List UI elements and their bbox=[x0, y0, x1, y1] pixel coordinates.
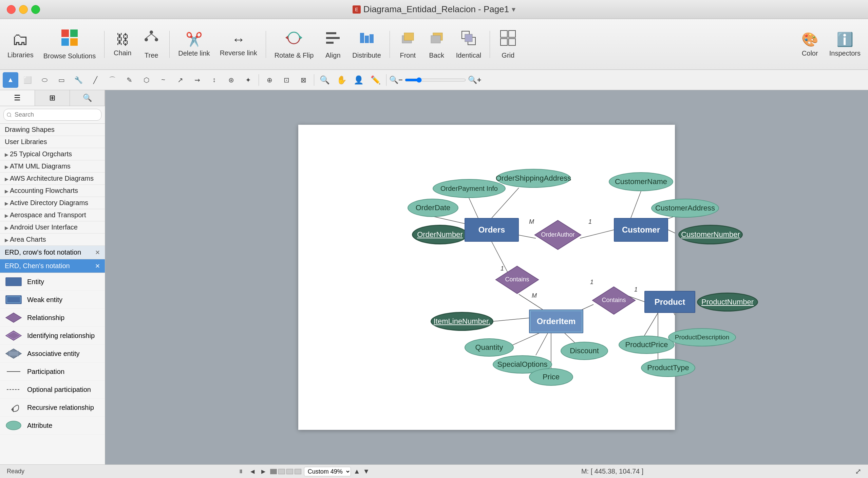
node-orders[interactable]: Orders bbox=[465, 218, 519, 242]
node-customer[interactable]: Customer bbox=[614, 218, 668, 242]
toolbar-align[interactable]: Align bbox=[319, 27, 346, 62]
toolbar-identical[interactable]: Identical bbox=[452, 27, 486, 62]
curve-tool[interactable]: ↗ bbox=[172, 72, 188, 88]
search-input[interactable] bbox=[3, 109, 101, 121]
node-orderpayment[interactable]: OrderPayment Info bbox=[433, 179, 506, 198]
minimize-button[interactable] bbox=[19, 5, 28, 14]
node-productnumber[interactable]: ProductNumber bbox=[697, 293, 758, 312]
sidebar-item-drawing-shapes[interactable]: Drawing Shapes bbox=[0, 124, 105, 136]
node-product[interactable]: Product bbox=[644, 291, 695, 313]
node-itemlinenumber[interactable]: ItemLineNumber. bbox=[431, 312, 493, 331]
node-price[interactable]: Price bbox=[529, 368, 573, 386]
special-tool[interactable]: ✦ bbox=[240, 72, 256, 88]
expand-button[interactable]: ⤢ bbox=[855, 467, 861, 476]
zoom-select-tool[interactable]: ⊠ bbox=[296, 72, 311, 88]
zoom-out-tool[interactable]: 🔍 bbox=[317, 72, 333, 88]
shape-associative-entity[interactable]: Associative entity bbox=[0, 345, 105, 363]
sidebar-tab-list[interactable]: ☰ bbox=[0, 90, 35, 106]
sidebar-tab-search[interactable]: 🔍 bbox=[70, 90, 105, 106]
toolbar-reverse-link[interactable]: ↔️ Reverse link bbox=[216, 29, 261, 60]
toolbar-color[interactable]: 🎨 Color bbox=[796, 29, 824, 60]
close-button[interactable] bbox=[7, 5, 16, 14]
sidebar-item-android[interactable]: Android User Interface bbox=[0, 221, 105, 234]
toolbar-delete-link[interactable]: ✂️ Delete link bbox=[174, 29, 214, 60]
page-dot-2[interactable] bbox=[278, 469, 285, 474]
node-orderauthor[interactable]: OrderAuthor bbox=[534, 220, 582, 250]
sidebar-item-area-charts[interactable]: Area Charts bbox=[0, 234, 105, 246]
user-tool[interactable]: 👤 bbox=[351, 72, 366, 88]
node-customernumber[interactable]: CustomerNumber bbox=[678, 225, 743, 244]
node-productdescription[interactable]: ProductDescription bbox=[668, 328, 736, 346]
shape-optional-participation[interactable]: Optional participation bbox=[0, 381, 105, 399]
rect-tool[interactable]: ⬜ bbox=[20, 72, 35, 88]
node-contains2[interactable]: Contains bbox=[592, 286, 636, 315]
dropdown-arrow-icon[interactable]: ▾ bbox=[512, 5, 515, 14]
poly-tool[interactable]: ⬡ bbox=[138, 72, 154, 88]
ellipse-tool[interactable]: ⬭ bbox=[37, 72, 52, 88]
erd-chens-header[interactable]: ERD, Chen's notation ✕ bbox=[0, 259, 105, 273]
maximize-button[interactable] bbox=[31, 5, 40, 14]
shape-identifying-relationship[interactable]: Identifying relationship bbox=[0, 327, 105, 345]
shape-attribute[interactable]: Attribute bbox=[0, 417, 105, 435]
toolbar-front[interactable]: Front bbox=[394, 27, 421, 62]
sidebar-item-aws[interactable]: AWS Architecture Diagrams bbox=[0, 173, 105, 185]
node-producttype[interactable]: ProductType bbox=[641, 359, 695, 377]
sidebar-item-accounting[interactable]: Accounting Flowcharts bbox=[0, 185, 105, 197]
node-contains1[interactable]: Contains bbox=[495, 265, 539, 294]
toolbar-distribute[interactable]: Distribute bbox=[348, 27, 385, 62]
page-dot-4[interactable] bbox=[295, 469, 301, 474]
node-quantity[interactable]: Quantity bbox=[465, 338, 514, 357]
pause-button[interactable]: ⏸ bbox=[236, 468, 246, 475]
fit-page-tool[interactable]: ⊕ bbox=[262, 72, 277, 88]
freehand-tool[interactable]: ✎ bbox=[121, 72, 137, 88]
sidebar-item-orgcharts[interactable]: 25 Typical Orgcharts bbox=[0, 148, 105, 160]
sidebar-tab-grid[interactable]: ⊞ bbox=[35, 90, 70, 106]
toolbar-chain[interactable]: ⛓ Chain bbox=[109, 29, 136, 60]
node-ordernumber[interactable]: OrderNumber bbox=[412, 225, 468, 244]
entity-conn-tool[interactable]: ⊛ bbox=[223, 72, 239, 88]
node-orderitem[interactable]: OrderItem bbox=[529, 310, 583, 333]
shape-recursive-relationship[interactable]: Recursive relationship bbox=[0, 399, 105, 417]
shape-participation[interactable]: Participation bbox=[0, 363, 105, 381]
erd-crows-close-icon[interactable]: ✕ bbox=[95, 249, 100, 256]
toolbar-rotate-flip[interactable]: Rotate & Flip bbox=[270, 27, 318, 62]
zigzag-tool[interactable]: ⇝ bbox=[189, 72, 205, 88]
arc-tool[interactable]: ⌒ bbox=[105, 72, 120, 88]
erd-crows-foot-header[interactable]: ERD, crow's foot notation ✕ bbox=[0, 246, 105, 259]
node-discount[interactable]: Discount bbox=[561, 342, 608, 360]
pen-tool[interactable]: ✏️ bbox=[368, 72, 383, 88]
node-productprice[interactable]: ProductPrice bbox=[619, 336, 675, 354]
zoom-up-button[interactable]: ▲ bbox=[354, 467, 360, 475]
toolbar-browse-solutions[interactable]: Browse Solutions bbox=[39, 26, 100, 63]
connector-tool[interactable]: 🔧 bbox=[71, 72, 86, 88]
toolbar-inspectors[interactable]: ℹ️ Inspectors bbox=[825, 29, 865, 60]
next-page-button[interactable]: ▶ bbox=[259, 467, 267, 475]
page-dot-3[interactable] bbox=[286, 469, 293, 474]
zoom-area-tool[interactable]: ⊡ bbox=[279, 72, 294, 88]
toolbar-tree[interactable]: Tree bbox=[138, 27, 165, 62]
zoom-select[interactable]: Custom 49% 25% 50% 75% 100% bbox=[304, 467, 351, 476]
text-tool[interactable]: ▭ bbox=[54, 72, 69, 88]
page-dot-1[interactable] bbox=[270, 469, 277, 474]
zoom-down-button[interactable]: ▼ bbox=[363, 467, 370, 475]
canvas[interactable]: M 1 1 M 1 1 OrderShippingAddress OrderPa… bbox=[298, 125, 675, 430]
bezier-tool[interactable]: ~ bbox=[155, 72, 171, 88]
shape-weak-entity[interactable]: Weak entity bbox=[0, 291, 105, 309]
toolbar-back[interactable]: Back bbox=[423, 27, 450, 62]
toolbar-libraries[interactable]: 🗂 Libraries bbox=[3, 27, 38, 62]
zoom-slider[interactable] bbox=[405, 77, 466, 83]
sidebar-item-aerospace[interactable]: Aerospace and Transport bbox=[0, 209, 105, 221]
orthogonal-tool[interactable]: ↕ bbox=[206, 72, 222, 88]
node-ordershipping[interactable]: OrderShippingAddress bbox=[496, 169, 571, 188]
sidebar-item-user-libraries[interactable]: User Libraries bbox=[0, 136, 105, 148]
zoom-in-button[interactable]: 🔍+ bbox=[468, 76, 482, 84]
zoom-out-button[interactable]: 🔍− bbox=[389, 76, 403, 84]
node-orderdate[interactable]: OrderDate bbox=[408, 199, 458, 217]
node-customername[interactable]: CustomerName bbox=[609, 172, 673, 191]
node-customeraddress[interactable]: CustomerAddress bbox=[651, 199, 719, 218]
sidebar-item-active-directory[interactable]: Active Directory Diagrams bbox=[0, 197, 105, 209]
pan-tool[interactable]: ✋ bbox=[334, 72, 350, 88]
select-tool[interactable]: ▲ bbox=[3, 72, 18, 88]
sidebar-item-atm-uml[interactable]: ATM UML Diagrams bbox=[0, 160, 105, 173]
erd-chens-close-icon[interactable]: ✕ bbox=[95, 262, 100, 270]
